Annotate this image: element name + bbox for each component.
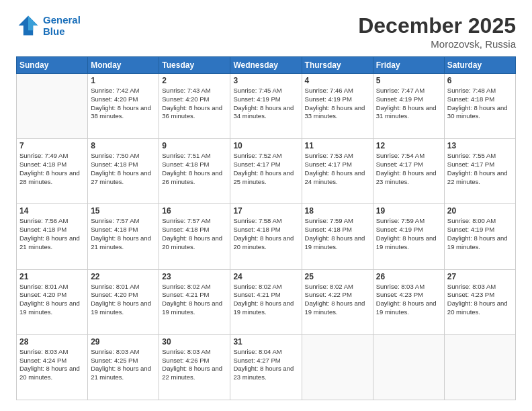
calendar-cell: 7Sunrise: 7:49 AM Sunset: 4:18 PM Daylig… [17,139,88,204]
title-block: December 2025 Morozovsk, Russia [358,13,516,50]
day-info: Sunrise: 8:02 AM Sunset: 4:21 PM Dayligh… [233,283,298,317]
day-info: Sunrise: 7:53 AM Sunset: 4:17 PM Dayligh… [305,152,370,186]
day-info: Sunrise: 7:46 AM Sunset: 4:19 PM Dayligh… [305,87,370,121]
calendar-cell: 11Sunrise: 7:53 AM Sunset: 4:17 PM Dayli… [302,139,373,204]
day-info: Sunrise: 7:59 AM Sunset: 4:18 PM Dayligh… [305,217,370,251]
calendar-cell: 13Sunrise: 7:55 AM Sunset: 4:17 PM Dayli… [444,139,515,204]
calendar-cell: 31Sunrise: 8:04 AM Sunset: 4:27 PM Dayli… [230,334,302,400]
calendar-cell: 2Sunrise: 7:43 AM Sunset: 4:20 PM Daylig… [159,74,230,139]
day-number: 21 [19,272,85,281]
day-info: Sunrise: 8:02 AM Sunset: 4:21 PM Dayligh… [162,283,227,317]
calendar-cell: 21Sunrise: 8:01 AM Sunset: 4:20 PM Dayli… [17,269,88,334]
calendar-cell: 12Sunrise: 7:54 AM Sunset: 4:17 PM Dayli… [373,139,444,204]
day-info: Sunrise: 7:57 AM Sunset: 4:18 PM Dayligh… [162,217,227,251]
calendar-cell: 19Sunrise: 7:59 AM Sunset: 4:19 PM Dayli… [373,204,444,269]
day-number: 30 [162,337,227,347]
page: General Blue December 2025 Morozovsk, Ru… [0,0,532,411]
logo-icon [16,13,40,38]
day-number: 31 [233,337,298,347]
week-row-4: 28Sunrise: 8:03 AM Sunset: 4:24 PM Dayli… [17,334,516,400]
calendar-cell: 17Sunrise: 7:58 AM Sunset: 4:18 PM Dayli… [230,204,302,269]
day-number: 4 [305,76,370,85]
day-number: 9 [162,141,227,150]
day-number: 5 [376,76,441,85]
day-number: 26 [376,272,441,281]
calendar-cell: 16Sunrise: 7:57 AM Sunset: 4:18 PM Dayli… [159,204,230,269]
day-number: 25 [305,272,370,281]
weekday-header-thursday: Thursday [302,57,373,74]
day-number: 19 [376,206,441,216]
calendar-cell [444,334,515,400]
logo-text: General Blue [43,14,81,37]
day-number: 3 [233,76,298,85]
weekday-header-tuesday: Tuesday [159,57,230,74]
day-info: Sunrise: 8:04 AM Sunset: 4:27 PM Dayligh… [233,348,298,382]
day-info: Sunrise: 7:49 AM Sunset: 4:18 PM Dayligh… [19,152,85,186]
calendar-cell [302,334,373,400]
logo: General Blue [16,13,81,38]
day-number: 28 [19,337,85,347]
calendar-cell: 23Sunrise: 8:02 AM Sunset: 4:21 PM Dayli… [159,269,230,334]
week-row-3: 21Sunrise: 8:01 AM Sunset: 4:20 PM Dayli… [17,269,516,334]
day-number: 13 [447,141,513,150]
calendar-cell: 6Sunrise: 7:48 AM Sunset: 4:18 PM Daylig… [444,74,515,139]
calendar-cell: 27Sunrise: 8:03 AM Sunset: 4:23 PM Dayli… [444,269,515,334]
calendar-cell: 9Sunrise: 7:51 AM Sunset: 4:18 PM Daylig… [159,139,230,204]
week-row-0: 1Sunrise: 7:42 AM Sunset: 4:20 PM Daylig… [17,74,516,139]
day-number: 2 [162,76,227,85]
calendar-cell [373,334,444,400]
day-info: Sunrise: 7:55 AM Sunset: 4:17 PM Dayligh… [447,152,513,186]
location-title: Morozovsk, Russia [358,38,516,50]
day-info: Sunrise: 7:58 AM Sunset: 4:18 PM Dayligh… [233,217,298,251]
day-number: 1 [91,76,156,85]
calendar-table: SundayMondayTuesdayWednesdayThursdayFrid… [16,56,516,400]
calendar-cell: 15Sunrise: 7:57 AM Sunset: 4:18 PM Dayli… [88,204,159,269]
day-number: 24 [233,272,298,281]
day-info: Sunrise: 8:00 AM Sunset: 4:19 PM Dayligh… [447,217,513,251]
day-info: Sunrise: 8:03 AM Sunset: 4:23 PM Dayligh… [376,283,441,317]
day-info: Sunrise: 7:57 AM Sunset: 4:18 PM Dayligh… [91,217,156,251]
day-info: Sunrise: 8:03 AM Sunset: 4:25 PM Dayligh… [91,348,156,382]
calendar-cell: 10Sunrise: 7:52 AM Sunset: 4:17 PM Dayli… [230,139,302,204]
day-info: Sunrise: 7:45 AM Sunset: 4:19 PM Dayligh… [233,87,298,121]
day-info: Sunrise: 7:52 AM Sunset: 4:17 PM Dayligh… [233,152,298,186]
svg-marker-1 [28,16,38,31]
calendar-cell: 24Sunrise: 8:02 AM Sunset: 4:21 PM Dayli… [230,269,302,334]
day-info: Sunrise: 7:56 AM Sunset: 4:18 PM Dayligh… [19,217,85,251]
day-info: Sunrise: 7:47 AM Sunset: 4:19 PM Dayligh… [376,87,441,121]
calendar-cell: 22Sunrise: 8:01 AM Sunset: 4:20 PM Dayli… [88,269,159,334]
calendar-cell: 5Sunrise: 7:47 AM Sunset: 4:19 PM Daylig… [373,74,444,139]
day-info: Sunrise: 7:51 AM Sunset: 4:18 PM Dayligh… [162,152,227,186]
day-number: 7 [19,141,85,150]
weekday-header-monday: Monday [88,57,159,74]
day-number: 18 [305,206,370,216]
day-number: 16 [162,206,227,216]
calendar-cell: 26Sunrise: 8:03 AM Sunset: 4:23 PM Dayli… [373,269,444,334]
calendar-cell: 28Sunrise: 8:03 AM Sunset: 4:24 PM Dayli… [17,334,88,400]
day-info: Sunrise: 8:01 AM Sunset: 4:20 PM Dayligh… [91,283,156,317]
day-info: Sunrise: 7:43 AM Sunset: 4:20 PM Dayligh… [162,87,227,121]
day-info: Sunrise: 7:48 AM Sunset: 4:18 PM Dayligh… [447,87,513,121]
day-number: 17 [233,206,298,216]
weekday-header-wednesday: Wednesday [230,57,302,74]
weekday-header-friday: Friday [373,57,444,74]
calendar-cell: 25Sunrise: 8:02 AM Sunset: 4:22 PM Dayli… [302,269,373,334]
day-number: 29 [91,337,156,347]
day-number: 22 [91,272,156,281]
day-number: 11 [305,141,370,150]
day-number: 8 [91,141,156,150]
weekday-header-sunday: Sunday [17,57,88,74]
day-info: Sunrise: 7:50 AM Sunset: 4:18 PM Dayligh… [91,152,156,186]
day-number: 15 [91,206,156,216]
day-info: Sunrise: 8:03 AM Sunset: 4:26 PM Dayligh… [162,348,227,382]
day-info: Sunrise: 7:42 AM Sunset: 4:20 PM Dayligh… [91,87,156,121]
calendar-cell: 1Sunrise: 7:42 AM Sunset: 4:20 PM Daylig… [88,74,159,139]
calendar-cell: 18Sunrise: 7:59 AM Sunset: 4:18 PM Dayli… [302,204,373,269]
calendar-cell: 4Sunrise: 7:46 AM Sunset: 4:19 PM Daylig… [302,74,373,139]
calendar-cell: 20Sunrise: 8:00 AM Sunset: 4:19 PM Dayli… [444,204,515,269]
weekday-header-saturday: Saturday [444,57,515,74]
day-number: 12 [376,141,441,150]
calendar-cell: 30Sunrise: 8:03 AM Sunset: 4:26 PM Dayli… [159,334,230,400]
calendar-cell: 29Sunrise: 8:03 AM Sunset: 4:25 PM Dayli… [88,334,159,400]
header: General Blue December 2025 Morozovsk, Ru… [16,13,516,50]
